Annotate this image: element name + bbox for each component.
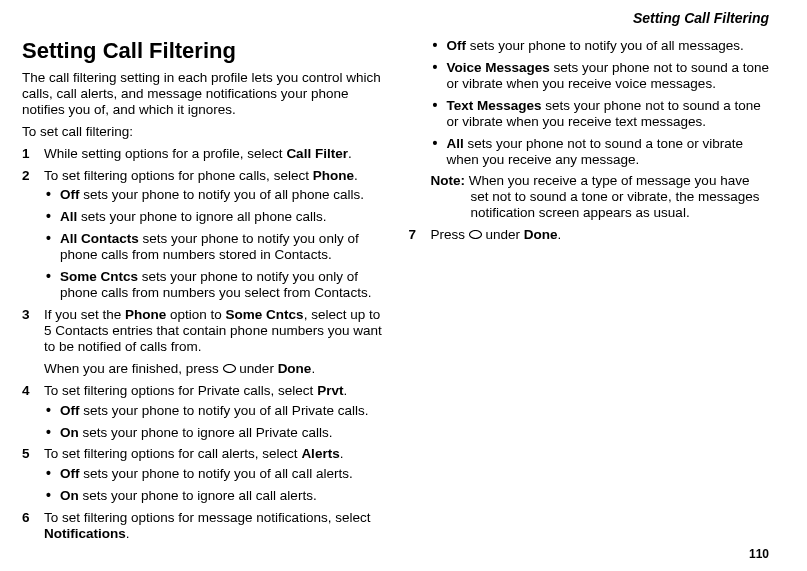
prompt-line: To set call filtering: xyxy=(22,124,383,140)
bold-text: Phone xyxy=(313,168,354,183)
sub-item: All sets your phone not to sound a tone … xyxy=(431,136,770,168)
note: Note: When you receive a type of message… xyxy=(431,173,770,221)
bold-text: On xyxy=(60,425,79,440)
bold-text: Done xyxy=(278,361,312,376)
content-columns: Setting Call Filtering The call filterin… xyxy=(22,38,769,548)
bold-text: All xyxy=(60,209,77,224)
step-number: 4 xyxy=(22,383,30,399)
under-key-icon xyxy=(469,230,482,239)
step-number: 2 xyxy=(22,168,30,184)
note-label: Note: xyxy=(431,173,466,188)
step-text: To set filtering options for Private cal… xyxy=(44,383,383,399)
step-item: 4To set filtering options for Private ca… xyxy=(22,383,383,441)
sub-item: Off sets your phone to notify you of all… xyxy=(44,187,383,203)
bold-text: Call Filter xyxy=(286,146,348,161)
step-number: 1 xyxy=(22,146,30,162)
step-item: 2To set filtering options for phone call… xyxy=(22,168,383,301)
sub-item: On sets your phone to ignore all call al… xyxy=(44,488,383,504)
step-number: 5 xyxy=(22,446,30,462)
step-text: To set filtering options for call alerts… xyxy=(44,446,383,462)
bold-text: Off xyxy=(60,187,80,202)
bold-text: Prvt xyxy=(317,383,343,398)
bold-text: Off xyxy=(60,466,80,481)
sub-item: All Contacts sets your phone to notify y… xyxy=(44,231,383,263)
step-number: 7 xyxy=(409,227,417,243)
step-text: If you set the Phone option to Some Cntc… xyxy=(44,307,383,355)
bold-text: Off xyxy=(447,38,467,53)
bold-text: Done xyxy=(524,227,558,242)
step-number: 3 xyxy=(22,307,30,323)
sub-item: Voice Messages sets your phone not to so… xyxy=(431,60,770,92)
bold-text: Some Cntcs xyxy=(60,269,138,284)
bold-text: Text Messages xyxy=(447,98,542,113)
step-item: 3If you set the Phone option to Some Cnt… xyxy=(22,307,383,377)
bold-text: Phone xyxy=(125,307,166,322)
step-extra: When you are finished, press under Done. xyxy=(44,361,383,377)
svg-point-0 xyxy=(223,364,235,372)
step-item: 1While setting options for a profile, se… xyxy=(22,146,383,162)
bold-text: On xyxy=(60,488,79,503)
sub-list: Off sets your phone to notify you of all… xyxy=(44,403,383,441)
bold-text: Some Cntcs xyxy=(226,307,304,322)
step-text: While setting options for a profile, sel… xyxy=(44,146,383,162)
sub-item: Off sets your phone to notify you of all… xyxy=(44,403,383,419)
step-text: Press under Done. xyxy=(431,227,770,243)
sub-item: Some Cntcs sets your phone to notify you… xyxy=(44,269,383,301)
step-text: To set filtering options for message not… xyxy=(44,510,383,542)
step-item: 7Press under Done. xyxy=(409,227,770,243)
step-text: To set filtering options for phone calls… xyxy=(44,168,383,184)
bold-text: All xyxy=(447,136,464,151)
sub-list: Off sets your phone to notify you of all… xyxy=(44,466,383,504)
sub-list: Off sets your phone to notify you of all… xyxy=(431,38,770,167)
bold-text: Alerts xyxy=(301,446,339,461)
sub-list: Off sets your phone to notify you of all… xyxy=(44,187,383,301)
page-title: Setting Call Filtering xyxy=(22,38,383,64)
page-number: 110 xyxy=(749,547,769,561)
sub-item: Off sets your phone to notify you of all… xyxy=(44,466,383,482)
bold-text: All Contacts xyxy=(60,231,139,246)
sub-item: Off sets your phone to notify you of all… xyxy=(431,38,770,54)
step-number: 6 xyxy=(22,510,30,526)
bold-text: Off xyxy=(60,403,80,418)
sub-item: Text Messages sets your phone not to sou… xyxy=(431,98,770,130)
under-key-icon xyxy=(223,364,236,373)
intro-paragraph: The call filtering setting in each profi… xyxy=(22,70,383,118)
step-item: 5To set filtering options for call alert… xyxy=(22,446,383,504)
svg-point-1 xyxy=(469,231,481,239)
bold-text: Notifications xyxy=(44,526,126,541)
sub-item: On sets your phone to ignore all Private… xyxy=(44,425,383,441)
running-header: Setting Call Filtering xyxy=(633,10,769,27)
bold-text: Voice Messages xyxy=(447,60,550,75)
sub-item: All sets your phone to ignore all phone … xyxy=(44,209,383,225)
